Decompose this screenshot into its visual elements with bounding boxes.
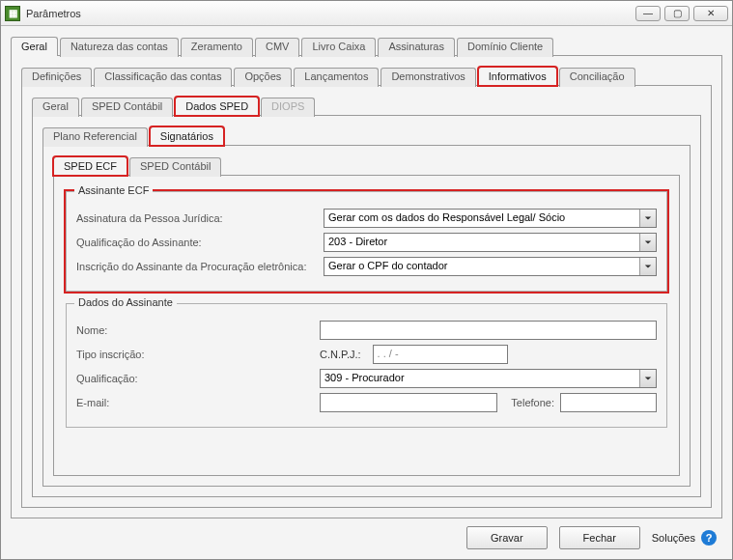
tab-dominio-cliente[interactable]: Domínio Cliente xyxy=(457,38,553,57)
combo-inscricao-procuracao[interactable]: Gerar o CPF do contador xyxy=(324,257,657,276)
tab-l4-plano-referencial[interactable]: Plano Referencial xyxy=(42,127,148,147)
label-qualificacao: Qualificação: xyxy=(76,373,163,384)
tabstrip-level4: Plano Referencial Signatários xyxy=(42,126,691,145)
tabstrip-level1: Geral Natureza das contas Zeramento CMV … xyxy=(11,36,722,55)
label-inscricao-procuracao: Inscrição do Assinante da Procuração ele… xyxy=(76,261,318,272)
chevron-down-icon[interactable] xyxy=(639,370,656,387)
tab-l3-sped-contabil[interactable]: SPED Contábil xyxy=(81,98,173,117)
tab-conciliacao[interactable]: Conciliação xyxy=(559,68,635,87)
label-email: E-mail: xyxy=(76,397,163,408)
group-dados-assinante: Dados do Assinante Nome: xyxy=(66,303,667,428)
titlebar: ▦ Parâmetros — ▢ ✕ xyxy=(1,1,732,26)
client-area: Geral Natureza das contas Zeramento CMV … xyxy=(1,26,732,559)
fechar-button[interactable]: Fechar xyxy=(559,526,640,549)
tab-informativos[interactable]: Informativos xyxy=(478,67,557,86)
close-button[interactable]: ✕ xyxy=(693,6,728,21)
field-nome[interactable] xyxy=(320,321,657,340)
chevron-down-icon[interactable] xyxy=(639,234,656,251)
solucoes-label: Soluções xyxy=(652,532,695,544)
field-cnpj[interactable]: . . / - xyxy=(373,345,508,364)
legend-dados-assinante: Dados do Assinante xyxy=(74,296,177,308)
tabpanel-level1: Definições Classificação das contas Opçõ… xyxy=(11,55,722,518)
group-assinante-ecf: Assinante ECF Assinatura da Pessoa Juríd… xyxy=(66,191,667,292)
combo-qualificacao-assinante-value: 203 - Diretor xyxy=(324,234,639,251)
window-parametros: ▦ Parâmetros — ▢ ✕ Geral Natureza das co… xyxy=(0,0,733,560)
tabstrip-level5: SPED ECF SPED Contábil xyxy=(53,155,680,175)
tab-l3-geral[interactable]: Geral xyxy=(32,98,79,117)
tabpanel-level4: SPED ECF SPED Contábil Assinante ECF xyxy=(42,145,691,487)
label-qualificacao-assinante: Qualificação do Assinante: xyxy=(76,237,318,248)
tab-opcoes[interactable]: Opções xyxy=(234,68,292,87)
tabpanel-level5: Assinante ECF Assinatura da Pessoa Juríd… xyxy=(53,175,680,476)
tab-definicoes[interactable]: Definições xyxy=(21,68,92,87)
label-nome: Nome: xyxy=(76,324,163,336)
tab-classificacao-contas[interactable]: Classificação das contas xyxy=(94,68,232,87)
tab-l5-sped-contabil[interactable]: SPED Contábil xyxy=(129,157,221,177)
tabstrip-level3: Geral SPED Contábil Dados SPED DIOPS xyxy=(32,96,701,115)
solucoes-link[interactable]: Soluções ? xyxy=(652,530,717,546)
tabpanel-level2: Geral SPED Contábil Dados SPED DIOPS Pla… xyxy=(21,85,712,508)
combo-qualificacao-assinante[interactable]: 203 - Diretor xyxy=(324,233,657,252)
legend-assinante-ecf: Assinante ECF xyxy=(74,184,153,196)
field-email[interactable] xyxy=(320,393,497,412)
label-tipo-inscricao: Tipo inscrição: xyxy=(76,349,163,360)
tab-l4-signatarios[interactable]: Signatários xyxy=(150,126,224,146)
gravar-button[interactable]: Gravar xyxy=(466,526,548,549)
chevron-down-icon[interactable] xyxy=(639,210,656,227)
tab-cmv[interactable]: CMV xyxy=(255,38,299,57)
field-telefone[interactable] xyxy=(560,393,657,412)
tabpanel-level3: Plano Referencial Signatários SPED ECF xyxy=(32,115,701,497)
tab-zeramento[interactable]: Zeramento xyxy=(181,38,253,57)
chevron-down-icon[interactable] xyxy=(639,258,656,275)
minimize-button[interactable]: — xyxy=(635,6,661,21)
combo-assinatura-pj[interactable]: Gerar com os dados do Responsável Legal/… xyxy=(324,209,657,228)
label-telefone: Telefone: xyxy=(511,397,554,408)
label-assinatura-pj: Assinatura da Pessoa Jurídica: xyxy=(76,212,318,224)
app-icon: ▦ xyxy=(5,6,20,21)
tab-natureza-contas[interactable]: Natureza das contas xyxy=(60,38,179,57)
tab-livro-caixa[interactable]: Livro Caixa xyxy=(301,38,376,57)
tab-l5-sped-ecf[interactable]: SPED ECF xyxy=(53,156,127,176)
tab-demonstrativos[interactable]: Demonstrativos xyxy=(381,68,475,87)
tab-lancamentos[interactable]: Lançamentos xyxy=(294,68,379,87)
combo-assinatura-pj-value: Gerar com os dados do Responsável Legal/… xyxy=(324,210,639,227)
tab-l3-diops: DIOPS xyxy=(261,98,315,117)
label-cnpj-prefix: C.N.P.J.: xyxy=(320,349,361,360)
tabstrip-level2: Definições Classificação das contas Opçõ… xyxy=(21,66,712,85)
combo-qualificacao[interactable]: 309 - Procurador xyxy=(320,369,657,388)
tab-l3-dados-sped[interactable]: Dados SPED xyxy=(175,97,259,116)
help-icon: ? xyxy=(701,530,717,546)
footer: Gravar Fechar Soluções ? xyxy=(11,518,722,549)
tab-geral[interactable]: Geral xyxy=(11,37,58,56)
tab-assinaturas[interactable]: Assinaturas xyxy=(378,38,454,57)
window-title: Parâmetros xyxy=(26,8,81,19)
combo-inscricao-procuracao-value: Gerar o CPF do contador xyxy=(324,258,639,275)
combo-qualificacao-value: 309 - Procurador xyxy=(321,370,639,387)
maximize-button[interactable]: ▢ xyxy=(664,6,690,21)
